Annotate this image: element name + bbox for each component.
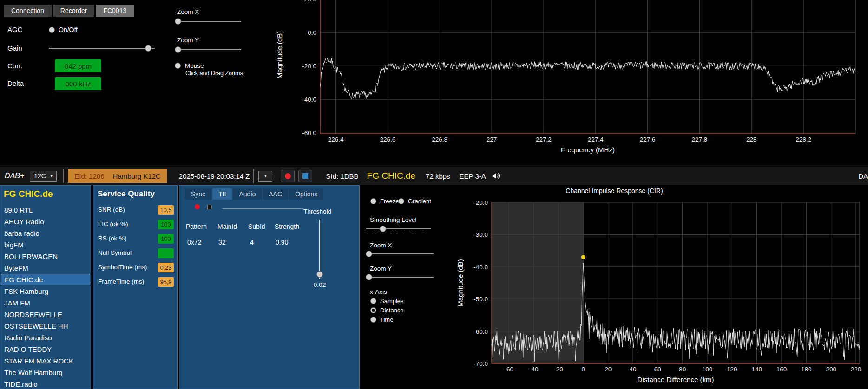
table-cell: 0x72 <box>187 239 201 246</box>
list-item[interactable]: BOLLERWAGEN <box>1 251 90 262</box>
table-cell: 32 <box>218 239 226 246</box>
toolbar-separator <box>253 169 254 183</box>
table-cell: 4 <box>250 239 254 246</box>
cir-zoom-x-slider[interactable] <box>366 250 434 258</box>
list-item[interactable]: FG CHIC.de <box>1 274 90 285</box>
mouse-radio-icon[interactable] <box>175 63 181 69</box>
spectrum-zoom-panel: Zoom X Zoom Y Mouse Click and Drag Zooms <box>170 0 275 93</box>
tab-audio[interactable]: Audio <box>233 188 262 200</box>
list-item[interactable]: The Wolf Hamburg <box>1 367 90 378</box>
list-item[interactable]: FSK Hamburg <box>1 285 90 297</box>
mouse-zoom-toggle[interactable]: Mouse <box>175 62 204 69</box>
quality-row: FrameTime (ms)95,9 <box>93 277 177 288</box>
cir-zoom-x-slider-track[interactable] <box>366 253 434 254</box>
tab-connection[interactable]: Connection <box>4 5 52 17</box>
svg-text:-20.0: -20.0 <box>473 199 488 206</box>
svg-text:228.2: 228.2 <box>796 136 811 143</box>
tab-options[interactable]: Options <box>289 188 323 200</box>
gain-slider-thumb[interactable] <box>145 45 151 52</box>
xaxis-option-distance[interactable]: Distance <box>370 307 404 314</box>
zoom-y-slider[interactable] <box>176 46 241 53</box>
list-item[interactable]: NORDSEEWELLE <box>1 309 90 320</box>
status-badge: 10,5 <box>158 205 174 215</box>
zoom-y-slider-track[interactable] <box>176 49 241 50</box>
xaxis-label: x-Axis <box>370 288 387 295</box>
agc-label: AGC <box>7 26 23 33</box>
svg-text:226.6: 226.6 <box>380 136 395 143</box>
list-item[interactable]: 89.0 RTL <box>1 204 90 216</box>
gain-slider[interactable] <box>49 45 155 52</box>
list-item[interactable]: JAM FM <box>1 297 90 309</box>
list-item[interactable]: barba radio <box>1 227 90 239</box>
radio-icon[interactable] <box>370 317 376 323</box>
mouse-label: Mouse <box>185 62 204 69</box>
list-item[interactable]: TIDE.radio <box>1 378 90 389</box>
xaxis-option-time[interactable]: Time <box>370 316 393 323</box>
zoom-x-slider-thumb[interactable] <box>175 18 181 25</box>
svg-text:227.4: 227.4 <box>588 136 604 143</box>
svg-text:160: 160 <box>776 366 787 373</box>
tii-separator-line <box>222 208 303 209</box>
zoom-y-slider-thumb[interactable] <box>175 46 181 53</box>
zoom-x-slider-track[interactable] <box>176 21 241 22</box>
svg-text:-50.0: -50.0 <box>473 296 488 303</box>
list-item[interactable]: RADIO TEDDY <box>1 344 90 355</box>
svg-text:120: 120 <box>727 366 737 373</box>
xaxis-option-samples[interactable]: Samples <box>370 298 404 305</box>
gradient-radio-icon[interactable] <box>398 198 404 204</box>
svg-text:100: 100 <box>702 366 713 373</box>
table-header: Strength <box>275 223 299 230</box>
list-item[interactable]: AHOY Radio <box>1 216 90 227</box>
list-item[interactable]: bigFM <box>1 239 90 251</box>
threshold-slider[interactable] <box>316 220 323 279</box>
svg-text:Distance Difference (km): Distance Difference (km) <box>638 376 714 383</box>
ensemble-badge[interactable]: EId: 1206 Hamburg K12C <box>68 169 167 183</box>
svg-text:-20: -20 <box>554 366 563 373</box>
svg-text:227.8: 227.8 <box>692 136 708 143</box>
stop-button[interactable] <box>298 170 312 182</box>
toolbar-dropdown-button[interactable]: ▼ <box>258 171 272 182</box>
list-item[interactable]: Radio Paradiso <box>1 332 90 344</box>
cir-zoom-y-slider[interactable] <box>366 273 434 281</box>
speaker-icon[interactable] <box>491 171 501 181</box>
smoothing-slider[interactable] <box>366 225 431 233</box>
cir-zoom-y-slider-thumb[interactable] <box>366 274 372 280</box>
freeze-radio-icon[interactable] <box>370 198 376 204</box>
spectrum-plot[interactable]: 226.4226.6226.8227227.2227.4227.6227.822… <box>274 0 868 156</box>
quality-row: SymbolTime (ms)0,23 <box>93 263 177 274</box>
sync-status-icon <box>195 204 200 209</box>
tab-recorder[interactable]: Recorder <box>53 5 95 17</box>
smoothing-slider-track[interactable] <box>366 228 431 229</box>
gradient-toggle[interactable]: Gradient <box>398 198 431 205</box>
cir-zoom-x-slider-thumb[interactable] <box>366 251 372 257</box>
tab-sync[interactable]: Sync <box>185 188 211 200</box>
record-button[interactable] <box>281 170 295 182</box>
radio-icon[interactable] <box>370 298 376 304</box>
zoom-x-slider[interactable] <box>176 18 241 25</box>
agc-radio-icon[interactable] <box>49 27 55 33</box>
table-header: SubId <box>248 223 265 230</box>
chevron-down-icon: ▼ <box>263 174 268 178</box>
corr-value-badge: 042 ppm <box>55 59 101 72</box>
freeze-toggle[interactable]: Freeze <box>370 198 399 205</box>
list-item[interactable]: STAR FM MAX ROCK <box>1 355 90 367</box>
quality-row: FIC (ok %)100 <box>93 220 177 231</box>
record-icon <box>285 173 291 179</box>
threshold-slider-thumb[interactable] <box>316 271 323 278</box>
zoom-y-label: Zoom Y <box>177 37 199 44</box>
radio-icon[interactable] <box>370 307 376 313</box>
channel-select[interactable]: 12C ▼ <box>30 171 57 182</box>
toolbar-separator <box>63 169 64 183</box>
tab-tii[interactable]: TII <box>212 188 232 200</box>
threshold-slider-track[interactable] <box>319 220 320 279</box>
agc-toggle[interactable]: On/Off <box>49 26 78 33</box>
cir-zoom-y-slider-track[interactable] <box>366 277 434 278</box>
service-list-panel: FG CHIC.de 89.0 RTLAHOY Radiobarba radio… <box>0 185 91 389</box>
list-item[interactable]: OSTSEEWELLE HH <box>1 320 90 332</box>
tab-aac[interactable]: AAC <box>263 188 288 200</box>
list-item[interactable]: ByteFM <box>1 262 90 274</box>
tab-fc0013[interactable]: FC0013 <box>96 5 134 17</box>
gain-slider-track[interactable] <box>49 48 155 49</box>
quality-label: FrameTime (ms) <box>98 278 144 285</box>
cir-plot[interactable]: -60-40-20020406080100120140160180200220-… <box>453 197 868 389</box>
